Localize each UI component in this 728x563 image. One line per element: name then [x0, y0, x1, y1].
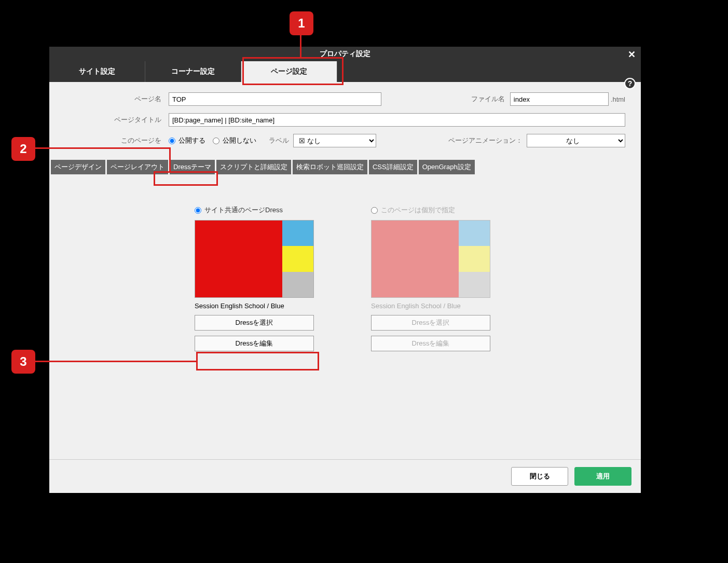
apply-button[interactable]: 適用	[574, 467, 631, 486]
dress-caption-individual: Session English School / Blue	[371, 302, 496, 310]
dress-swatch-r2-muted	[459, 246, 490, 271]
top-tabs: サイト設定 コーナー設定 ページ設定 ?	[49, 61, 641, 82]
dress-swatch-r3	[282, 272, 313, 297]
tab-site-settings[interactable]: サイト設定	[49, 61, 145, 82]
callout-3-line	[35, 361, 196, 362]
radio-dress-shared[interactable]: サイト共通のページDress	[195, 205, 319, 215]
dress-preview-individual	[371, 220, 490, 298]
radio-dress-individual-input[interactable]	[371, 207, 378, 214]
page-animation-select[interactable]: なし	[527, 134, 625, 147]
radio-publish-no[interactable]: 公開しない	[213, 136, 256, 145]
dress-edit-button[interactable]: Dressを編集	[195, 336, 314, 351]
label-publish: このページを	[65, 136, 169, 145]
callout-2-line-h	[35, 147, 170, 149]
sub-tabs: ページデザイン ページレイアウト Dressテーマ スクリプトと詳細設定 検索ロ…	[49, 160, 641, 174]
callout-1: 1	[290, 11, 313, 35]
dress-shared-column: サイト共通のページDress Session English School / …	[195, 205, 319, 454]
dress-panel: サイト共通のページDress Session English School / …	[49, 174, 641, 459]
tab-corner-settings[interactable]: コーナー設定	[145, 61, 241, 82]
radio-publish-yes[interactable]: 公開する	[169, 136, 205, 145]
callout-2-line-v	[169, 147, 171, 172]
tab-page-settings[interactable]: ページ設定	[241, 61, 337, 82]
dress-swatch-r1	[282, 221, 313, 246]
dialog-title: プロパティ設定	[320, 49, 370, 59]
subtab-dress-theme[interactable]: Dressテーマ	[170, 160, 215, 174]
dress-swatch-main-muted	[372, 221, 459, 297]
label-select[interactable]: ☒ なし	[293, 134, 376, 147]
file-ext: .html	[611, 95, 625, 103]
dress-swatch-r1-muted	[459, 221, 490, 246]
dress-swatch-r3-muted	[459, 272, 490, 297]
close-button[interactable]: 閉じる	[511, 467, 568, 486]
label-file-name: ファイル名	[471, 94, 505, 104]
row-publish: このページを 公開する 公開しない ラベル ☒ なし ページアニメーション： な…	[65, 134, 625, 147]
close-icon[interactable]: ✕	[628, 49, 636, 60]
radio-dress-individual[interactable]: このページは個別で指定	[371, 205, 496, 215]
label-page-name: ページ名	[65, 94, 169, 104]
callout-1-line	[300, 35, 301, 57]
label-page-animation: ページアニメーション：	[448, 136, 523, 145]
radio-publish-no-input[interactable]	[213, 138, 219, 144]
label-page-title: ページタイトル	[65, 115, 169, 125]
page-name-input[interactable]	[169, 92, 381, 106]
radio-publish-no-label: 公開しない	[223, 136, 256, 145]
callout-3: 3	[11, 350, 35, 374]
dress-select-button-disabled: Dressを選択	[371, 315, 490, 331]
dress-individual-column: このページは個別で指定 Session English School / Blu…	[371, 205, 496, 454]
radio-dress-shared-label: サイト共通のページDress	[204, 205, 283, 215]
radio-publish-yes-input[interactable]	[169, 138, 175, 144]
callout-2: 2	[11, 137, 35, 161]
dress-preview-shared	[195, 220, 314, 298]
radio-dress-shared-input[interactable]	[195, 207, 201, 214]
subtab-robot[interactable]: 検索ロボット巡回設定	[293, 160, 367, 174]
radio-dress-individual-label: このページは個別で指定	[381, 205, 455, 215]
dialog-footer: 閉じる 適用	[49, 459, 641, 493]
row-page-title: ページタイトル	[65, 113, 625, 127]
dress-edit-button-disabled: Dressを編集	[371, 336, 490, 351]
subtab-css-advanced[interactable]: CSS詳細設定	[369, 160, 417, 174]
dialog-titlebar: プロパティ設定 ✕	[49, 47, 641, 61]
file-name-input[interactable]	[510, 92, 609, 106]
property-dialog: プロパティ設定 ✕ サイト設定 コーナー設定 ページ設定 ? ページ名 ファイル…	[49, 47, 641, 493]
label-label: ラベル	[269, 136, 289, 145]
subtab-script-advanced[interactable]: スクリプトと詳細設定	[216, 160, 291, 174]
dress-select-button[interactable]: Dressを選択	[195, 315, 314, 331]
subtab-opengraph[interactable]: OpenGraph設定	[419, 160, 475, 174]
dress-caption-shared: Session English School / Blue	[195, 302, 319, 310]
subtab-page-layout[interactable]: ページレイアウト	[107, 160, 168, 174]
radio-publish-yes-label: 公開する	[178, 136, 205, 145]
dress-swatch-r2	[282, 246, 313, 271]
dress-swatch-main	[195, 221, 282, 297]
row-page-name: ページ名 ファイル名 .html	[65, 92, 625, 106]
page-title-input[interactable]	[169, 113, 625, 127]
subtab-page-design[interactable]: ページデザイン	[51, 160, 105, 174]
